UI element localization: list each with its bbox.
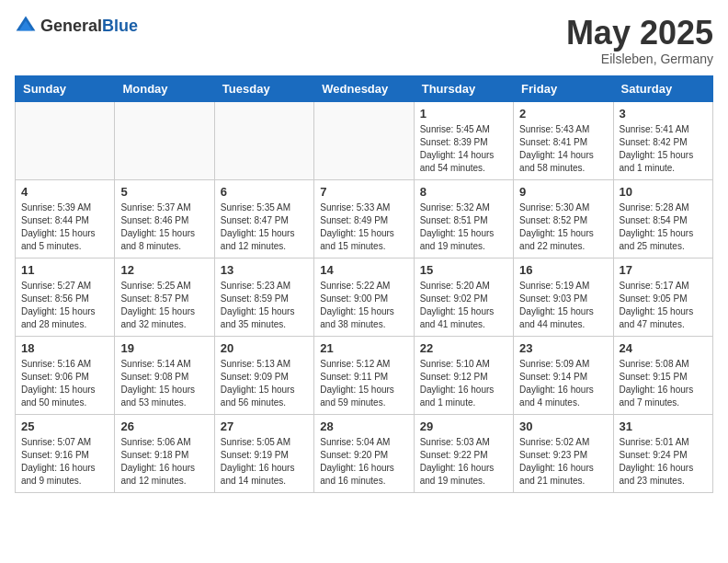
calendar-cell bbox=[16, 101, 115, 179]
calendar-cell: 5Sunrise: 5:37 AM Sunset: 8:46 PM Daylig… bbox=[115, 179, 214, 258]
day-number: 14 bbox=[320, 263, 407, 277]
logo-blue-text: Blue bbox=[102, 17, 138, 35]
day-number: 23 bbox=[519, 341, 607, 355]
calendar-cell: 17Sunrise: 5:17 AM Sunset: 9:05 PM Dayli… bbox=[613, 258, 712, 336]
weekday-header-monday: Monday bbox=[115, 75, 214, 101]
weekday-header-saturday: Saturday bbox=[613, 75, 712, 101]
day-number: 6 bbox=[221, 185, 308, 199]
calendar-cell: 13Sunrise: 5:23 AM Sunset: 8:59 PM Dayli… bbox=[214, 258, 313, 336]
day-number: 24 bbox=[620, 341, 707, 355]
day-info: Sunrise: 5:32 AM Sunset: 8:51 PM Dayligh… bbox=[420, 201, 507, 253]
day-number: 28 bbox=[320, 419, 407, 433]
day-number: 16 bbox=[519, 263, 607, 277]
day-info: Sunrise: 5:33 AM Sunset: 8:49 PM Dayligh… bbox=[320, 201, 407, 253]
day-number: 25 bbox=[21, 419, 108, 433]
calendar-cell: 21Sunrise: 5:12 AM Sunset: 9:11 PM Dayli… bbox=[314, 336, 414, 414]
calendar-cell: 15Sunrise: 5:20 AM Sunset: 9:02 PM Dayli… bbox=[414, 258, 513, 336]
title-section: May 2025 Eilsleben, Germany bbox=[566, 15, 713, 66]
weekday-header-sunday: Sunday bbox=[16, 75, 115, 101]
calendar-cell: 20Sunrise: 5:13 AM Sunset: 9:09 PM Dayli… bbox=[214, 336, 313, 414]
calendar-cell: 23Sunrise: 5:09 AM Sunset: 9:14 PM Dayli… bbox=[514, 336, 613, 414]
day-info: Sunrise: 5:12 AM Sunset: 9:11 PM Dayligh… bbox=[320, 358, 407, 409]
calendar-cell: 22Sunrise: 5:10 AM Sunset: 9:12 PM Dayli… bbox=[414, 336, 513, 414]
calendar-cell: 19Sunrise: 5:14 AM Sunset: 9:08 PM Dayli… bbox=[115, 336, 214, 414]
day-info: Sunrise: 5:37 AM Sunset: 8:46 PM Dayligh… bbox=[120, 201, 208, 253]
calendar-cell: 29Sunrise: 5:03 AM Sunset: 9:22 PM Dayli… bbox=[414, 414, 513, 492]
calendar-cell: 2Sunrise: 5:43 AM Sunset: 8:41 PM Daylig… bbox=[514, 101, 613, 179]
page-header: GeneralBlue May 2025 Eilsleben, Germany bbox=[15, 15, 713, 66]
calendar-week-row: 25Sunrise: 5:07 AM Sunset: 9:16 PM Dayli… bbox=[16, 414, 713, 492]
weekday-header-tuesday: Tuesday bbox=[214, 75, 313, 101]
day-number: 12 bbox=[120, 263, 208, 277]
day-info: Sunrise: 5:16 AM Sunset: 9:06 PM Dayligh… bbox=[21, 358, 108, 409]
day-number: 2 bbox=[519, 107, 607, 121]
day-number: 27 bbox=[221, 419, 308, 433]
day-info: Sunrise: 5:07 AM Sunset: 9:16 PM Dayligh… bbox=[21, 436, 108, 488]
day-info: Sunrise: 5:30 AM Sunset: 8:52 PM Dayligh… bbox=[519, 201, 607, 253]
day-info: Sunrise: 5:39 AM Sunset: 8:44 PM Dayligh… bbox=[21, 201, 108, 253]
calendar-week-row: 1Sunrise: 5:45 AM Sunset: 8:39 PM Daylig… bbox=[16, 101, 713, 179]
calendar-cell: 10Sunrise: 5:28 AM Sunset: 8:54 PM Dayli… bbox=[613, 179, 712, 258]
calendar-cell: 1Sunrise: 5:45 AM Sunset: 8:39 PM Daylig… bbox=[414, 101, 513, 179]
calendar-cell: 28Sunrise: 5:04 AM Sunset: 9:20 PM Dayli… bbox=[314, 414, 414, 492]
logo-general-text: General bbox=[40, 17, 102, 35]
day-number: 10 bbox=[620, 185, 707, 199]
day-info: Sunrise: 5:41 AM Sunset: 8:42 PM Dayligh… bbox=[620, 123, 707, 175]
day-number: 19 bbox=[120, 341, 208, 355]
day-info: Sunrise: 5:10 AM Sunset: 9:12 PM Dayligh… bbox=[420, 358, 507, 409]
day-info: Sunrise: 5:05 AM Sunset: 9:19 PM Dayligh… bbox=[221, 436, 308, 488]
day-info: Sunrise: 5:02 AM Sunset: 9:23 PM Dayligh… bbox=[519, 436, 607, 488]
calendar-cell: 3Sunrise: 5:41 AM Sunset: 8:42 PM Daylig… bbox=[613, 101, 712, 179]
calendar-cell: 8Sunrise: 5:32 AM Sunset: 8:51 PM Daylig… bbox=[414, 179, 513, 258]
day-number: 4 bbox=[21, 185, 108, 199]
calendar-cell: 25Sunrise: 5:07 AM Sunset: 9:16 PM Dayli… bbox=[16, 414, 115, 492]
calendar-cell: 14Sunrise: 5:22 AM Sunset: 9:00 PM Dayli… bbox=[314, 258, 414, 336]
day-info: Sunrise: 5:01 AM Sunset: 9:24 PM Dayligh… bbox=[620, 436, 707, 488]
day-info: Sunrise: 5:43 AM Sunset: 8:41 PM Dayligh… bbox=[519, 123, 607, 175]
day-info: Sunrise: 5:06 AM Sunset: 9:18 PM Dayligh… bbox=[120, 436, 208, 488]
day-info: Sunrise: 5:25 AM Sunset: 8:57 PM Dayligh… bbox=[120, 280, 208, 331]
day-number: 21 bbox=[320, 341, 407, 355]
day-info: Sunrise: 5:45 AM Sunset: 8:39 PM Dayligh… bbox=[420, 123, 507, 175]
day-number: 5 bbox=[120, 185, 208, 199]
day-info: Sunrise: 5:14 AM Sunset: 9:08 PM Dayligh… bbox=[120, 358, 208, 409]
day-info: Sunrise: 5:08 AM Sunset: 9:15 PM Dayligh… bbox=[620, 358, 707, 409]
logo-icon bbox=[15, 15, 37, 37]
calendar-week-row: 11Sunrise: 5:27 AM Sunset: 8:56 PM Dayli… bbox=[16, 258, 713, 336]
calendar-cell: 18Sunrise: 5:16 AM Sunset: 9:06 PM Dayli… bbox=[16, 336, 115, 414]
calendar-cell: 4Sunrise: 5:39 AM Sunset: 8:44 PM Daylig… bbox=[16, 179, 115, 258]
calendar-cell: 27Sunrise: 5:05 AM Sunset: 9:19 PM Dayli… bbox=[214, 414, 313, 492]
day-info: Sunrise: 5:13 AM Sunset: 9:09 PM Dayligh… bbox=[221, 358, 308, 409]
day-info: Sunrise: 5:03 AM Sunset: 9:22 PM Dayligh… bbox=[420, 436, 507, 488]
day-number: 17 bbox=[620, 263, 707, 277]
weekday-header-thursday: Thursday bbox=[414, 75, 513, 101]
day-number: 13 bbox=[221, 263, 308, 277]
day-number: 15 bbox=[420, 263, 507, 277]
day-number: 22 bbox=[420, 341, 507, 355]
day-info: Sunrise: 5:20 AM Sunset: 9:02 PM Dayligh… bbox=[420, 280, 507, 331]
calendar-cell: 7Sunrise: 5:33 AM Sunset: 8:49 PM Daylig… bbox=[314, 179, 414, 258]
day-number: 20 bbox=[221, 341, 308, 355]
day-info: Sunrise: 5:09 AM Sunset: 9:14 PM Dayligh… bbox=[519, 358, 607, 409]
location-subtitle: Eilsleben, Germany bbox=[566, 52, 713, 66]
calendar-cell: 24Sunrise: 5:08 AM Sunset: 9:15 PM Dayli… bbox=[613, 336, 712, 414]
calendar-cell: 11Sunrise: 5:27 AM Sunset: 8:56 PM Dayli… bbox=[16, 258, 115, 336]
day-info: Sunrise: 5:28 AM Sunset: 8:54 PM Dayligh… bbox=[620, 201, 707, 253]
calendar-cell: 12Sunrise: 5:25 AM Sunset: 8:57 PM Dayli… bbox=[115, 258, 214, 336]
day-number: 30 bbox=[519, 419, 607, 433]
calendar-week-row: 4Sunrise: 5:39 AM Sunset: 8:44 PM Daylig… bbox=[16, 179, 713, 258]
weekday-header-row: SundayMondayTuesdayWednesdayThursdayFrid… bbox=[16, 75, 713, 101]
month-year-title: May 2025 bbox=[566, 15, 713, 52]
day-number: 29 bbox=[420, 419, 507, 433]
weekday-header-wednesday: Wednesday bbox=[314, 75, 414, 101]
day-number: 31 bbox=[620, 419, 707, 433]
calendar-table: SundayMondayTuesdayWednesdayThursdayFrid… bbox=[15, 75, 713, 493]
day-info: Sunrise: 5:23 AM Sunset: 8:59 PM Dayligh… bbox=[221, 280, 308, 331]
calendar-cell: 31Sunrise: 5:01 AM Sunset: 9:24 PM Dayli… bbox=[613, 414, 712, 492]
day-number: 8 bbox=[420, 185, 507, 199]
calendar-cell: 6Sunrise: 5:35 AM Sunset: 8:47 PM Daylig… bbox=[214, 179, 313, 258]
day-info: Sunrise: 5:35 AM Sunset: 8:47 PM Dayligh… bbox=[221, 201, 308, 253]
day-info: Sunrise: 5:27 AM Sunset: 8:56 PM Dayligh… bbox=[21, 280, 108, 331]
calendar-cell: 9Sunrise: 5:30 AM Sunset: 8:52 PM Daylig… bbox=[514, 179, 613, 258]
day-number: 1 bbox=[420, 107, 507, 121]
